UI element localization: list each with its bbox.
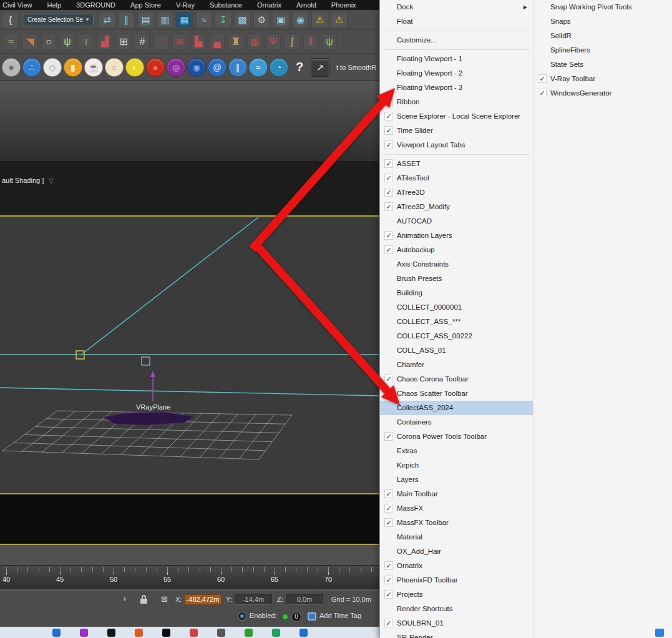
menu-item-render-shortcuts[interactable]: Render Shortcuts [380,602,533,616]
time-tag-icon[interactable] [308,612,316,621]
menu-item-viewport-layout-tabs[interactable]: ✓Viewport Layout Tabs [380,138,533,152]
egg-icon[interactable]: ○ [105,58,124,77]
menu-item-floating-viewport-2[interactable]: Floating Viewport - 2 [380,66,533,81]
sea-globe-icon[interactable]: ◔ [270,58,288,77]
taskbar-app-icon[interactable] [299,629,308,637]
filter-icon[interactable]: ▽ [49,177,54,184]
scene-explorer-icon[interactable]: ▥ [157,12,173,28]
menu-item-coll-ass-01[interactable]: COLL_ASS_01 [380,343,533,358]
red-waves-icon[interactable]: ≋ [172,33,187,51]
tower-icon[interactable]: ♜ [228,33,243,51]
menubar-item-v-ray[interactable]: V-Ray [168,1,202,9]
menu-item-kirpich[interactable]: Kirpich [380,458,533,473]
menu-item-layers[interactable]: Layers [380,473,533,487]
pointer-icon[interactable]: ↗ [311,58,329,77]
menu-item-extras[interactable]: Extras [380,444,533,458]
render-setup-icon[interactable]: ⚙ [253,12,270,28]
menu-item-snap-working-pivot-tools[interactable]: Snap Working Pivot Tools [533,0,672,14]
menu-item-time-slider[interactable]: ✓Time Slider [380,124,533,138]
add-time-tag-button[interactable]: Add Time Tag [319,612,361,619]
menu-item-collect-0000001[interactable]: COLLECT_0000001 [380,300,533,315]
whirlpool-icon[interactable]: @ [208,58,226,77]
render-frame-icon[interactable]: ▣ [273,12,290,28]
red-sphere-icon[interactable]: ● [146,58,165,77]
render-production-icon[interactable]: ◉ [292,12,309,28]
carrot-icon[interactable]: ◥ [22,33,37,51]
menu-item-state-sets[interactable]: State Sets [533,57,672,72]
menubar-item-app-store[interactable]: App Store [123,1,168,9]
menubar-item-civil-view[interactable]: Civil View [0,1,39,9]
layer-explorer-icon[interactable]: ▤ [137,12,154,28]
menu-item-collect-ass-00222[interactable]: COLLECT_ASS_00222 [380,329,533,343]
menu-item-corona-power-tools-toolbar[interactable]: ✓Corona Power Tools Toolbar [380,429,533,444]
warning-icon[interactable]: ⚠ [331,12,348,28]
menu-item-scene-explorer-local-scene-explorer[interactable]: ✓Scene Explorer - Local Scene Explorer [380,109,533,124]
menu-item-splinefibers[interactable]: SplineFibers [533,43,672,57]
menu-item-projects[interactable]: ✓Projects [380,587,533,602]
lemon-icon[interactable]: ◐ [125,58,144,77]
red-bars-icon[interactable]: ▥ [247,33,262,51]
taskbar-tray-icon[interactable] [655,629,664,637]
waterfall-icon[interactable]: ∥ [228,58,247,77]
menubar-item-ornatrix[interactable]: Ornatrix [250,1,289,9]
purple-disc-icon[interactable]: ◎ [167,58,185,77]
grid-icon[interactable]: ⊞ [116,33,131,51]
menu-item-soulbrn-01[interactable]: ✓SOULBRN_01 [380,616,533,631]
menu-item-chaos-scatter-toolbar[interactable]: ✓Chaos Scatter Toolbar [380,386,533,401]
taskbar-app-icon[interactable] [80,629,88,637]
menu-item-building[interactable]: Building [380,286,533,300]
crosshair-grid-icon[interactable]: # [135,33,150,51]
histogram-icon[interactable]: ▟ [97,33,112,51]
menu-item-ribbon[interactable]: ✓Ribbon [380,95,533,109]
menu-item-atree3d-modify[interactable]: ✓ATree3D_Modify [380,200,533,214]
taskbar-app-icon[interactable] [107,629,115,637]
beer-mug-icon[interactable]: ▮ [64,58,82,77]
menubar-item-3dground[interactable]: 3DGROUND [69,1,123,9]
menu-item-solidr[interactable]: SolidR [533,29,672,43]
x-coordinate-field[interactable]: -482,472m [184,594,222,605]
menu-item-material[interactable]: Material [380,530,533,544]
histogram-icon[interactable]: ▄ [210,33,225,51]
warning-icon[interactable]: ⚠ [311,12,328,28]
status-circle-icon[interactable] [238,612,246,621]
menu-item-float[interactable]: Float [380,14,533,29]
menubar-item-help[interactable]: Help [39,1,69,9]
menu-item-collect-ass[interactable]: COLLECT_ASS_*** [380,315,533,329]
menu-item-snaps[interactable]: Snaps [533,14,672,29]
mirror-icon[interactable]: ⇄ [99,12,115,28]
y-coordinate-field[interactable]: -14,4m [235,594,272,605]
menu-item-main-toolbar[interactable]: ✓Main Toolbar [380,487,533,501]
curve-editor-icon[interactable]: ≈ [195,12,212,28]
wheat-icon[interactable]: ψ [322,33,337,51]
menubar-item-substance[interactable]: Substance [202,1,250,9]
menu-item-floating-viewport-1[interactable]: Floating Viewport - 1 [380,52,533,66]
selection-gizmo-icon[interactable]: + [122,594,127,604]
menu-item-autocad[interactable]: AUTOCAD [380,214,533,228]
counter-badge[interactable]: 0 [291,612,301,622]
taskbar-app-icon[interactable] [135,629,143,637]
menu-item-v-ray-toolbar[interactable]: ✓V-Ray Toolbar [533,72,672,86]
selection-lock-icon[interactable] [140,595,148,604]
reed-icon[interactable]: ‖ [303,33,318,51]
taskbar-app-icon[interactable] [52,629,61,637]
z-coordinate-field[interactable]: 0,0m [286,594,323,605]
menubar-item-phoenix[interactable]: Phoenix [324,1,364,9]
selection-brackets-icon[interactable]: { [2,12,19,28]
taskbar-app-icon[interactable] [190,629,198,637]
menu-item-autobackup[interactable]: ✓Autobackup [380,243,533,257]
menu-item-customize[interactable]: Customize... [380,33,533,47]
menu-item-chamfer[interactable]: Chamfer [380,358,533,372]
help-icon[interactable]: ? [290,58,309,77]
menu-item-brush-presets[interactable]: Brush Presets [380,272,533,286]
willow-icon[interactable]: ʃ [285,33,299,51]
menu-item-floating-viewport-3[interactable]: Floating Viewport - 3 [380,81,533,95]
menu-item-atree3d[interactable]: ✓ATree3D [380,185,533,200]
menu-item-axis-constraints[interactable]: Axis Constraints [380,257,533,272]
selection-set-dropdown[interactable]: Create Selection Se ▼ [24,14,94,26]
menu-item-dock[interactable]: Dock▶ [380,0,533,14]
taskbar-app-icon[interactable] [272,629,280,637]
material-editor-icon[interactable]: ▩ [234,12,251,28]
pin-icon[interactable]: ○ [41,33,56,51]
menu-item-ox-add-hair[interactable]: OX_Add_Hair [380,544,533,559]
menu-item-collectass-2024[interactable]: CollectASS_2024 [380,401,533,415]
